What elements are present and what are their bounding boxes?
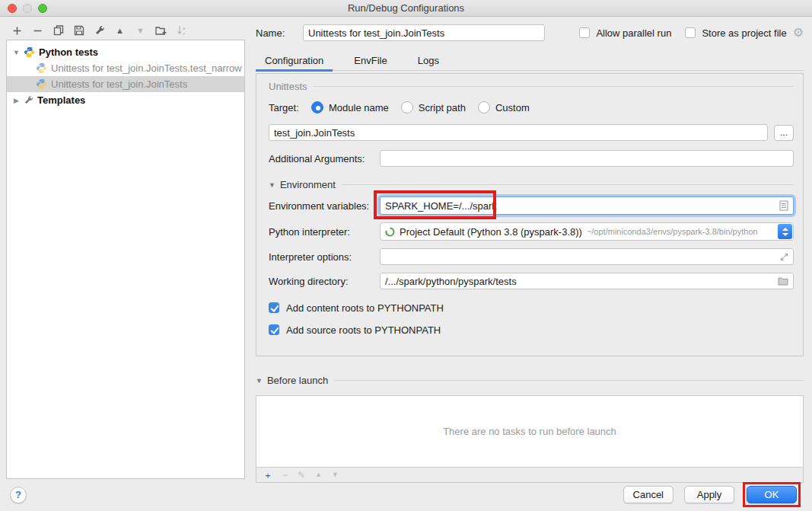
configurations-toolbar: ▲ ▼ az (11, 24, 187, 37)
add-source-roots-row[interactable]: Add source roots to PYTHONPATH (269, 324, 794, 336)
environment-group-header: ▼ Environment (269, 179, 794, 190)
tab-logs[interactable]: Logs (409, 51, 448, 70)
add-content-roots-checkbox[interactable] (269, 302, 279, 313)
additional-arguments-input[interactable] (380, 150, 794, 167)
radio-script-path[interactable]: Script path (401, 101, 466, 113)
tree-item-label: Templates (37, 94, 85, 106)
store-as-project-file-label: Store as project file (702, 27, 786, 39)
radio-label: Custom (495, 102, 530, 113)
annotation-highlight-ok: OK (743, 482, 801, 507)
header-checkboxes: Allow parallel run Store as project file… (579, 27, 804, 39)
tree-item-unittests-test-narrow[interactable]: Unittests for test_join.JoinTests.test_n… (7, 60, 244, 76)
browse-module-button[interactable]: ... (774, 125, 794, 141)
name-label: Name: (256, 27, 303, 39)
tab-configuration[interactable]: Configuration (256, 51, 333, 70)
move-task-up-icon: ▲ (315, 471, 322, 478)
unittests-group-header: Unittests (269, 81, 794, 92)
interpreter-options-row: Interpreter options: (269, 248, 794, 265)
python-test-icon (36, 78, 47, 90)
radio-module-name[interactable]: Module name (311, 101, 389, 113)
environment-variables-label: Environment variables: (269, 200, 380, 212)
name-input[interactable]: Unittests for test_join.JoinTests (303, 24, 545, 41)
tree-item-label: Python tests (39, 46, 98, 58)
tab-envfile[interactable]: EnvFile (345, 51, 396, 70)
python-interpreter-path: ~/opt/miniconda3/envs/pyspark-3.8/bin/py… (587, 227, 793, 236)
working-directory-row: Working directory: /.../spark/python/pys… (269, 273, 794, 289)
ok-button[interactable]: OK (747, 486, 797, 503)
move-down-icon: ▼ (135, 25, 146, 37)
add-content-roots-label: Add content roots to PYTHONPATH (286, 302, 444, 314)
radio-custom[interactable]: Custom (478, 101, 530, 113)
add-configuration-icon[interactable] (11, 25, 23, 37)
tree-item-python-tests[interactable]: ▼ Python tests (7, 44, 244, 60)
cancel-button[interactable]: Cancel (623, 486, 673, 503)
tree-item-label: Unittests for test_join.JoinTests.test_n… (51, 62, 242, 74)
svg-text:a: a (183, 26, 186, 30)
zoom-window-button[interactable] (38, 4, 47, 13)
python-test-icon (36, 62, 47, 74)
before-launch-empty-message: There are no tasks to run before launch (443, 426, 616, 437)
add-source-roots-checkbox[interactable] (269, 324, 279, 335)
module-name-input[interactable]: test_join.JoinTests (269, 124, 768, 141)
environment-variables-row: Environment variables: SPARK_HOME=/.../s… (269, 196, 794, 215)
working-directory-value: /.../spark/python/pyspark/tests (385, 276, 517, 287)
apply-button[interactable]: Apply (684, 486, 734, 503)
window-controls (8, 4, 47, 13)
store-as-project-file-checkbox[interactable] (685, 27, 696, 38)
sort-alphabetically-icon: az (176, 25, 187, 37)
new-folder-icon[interactable] (155, 25, 167, 37)
radio-button[interactable] (401, 101, 413, 113)
run-debug-configurations-dialog: Run/Debug Configurations ▲ ▼ az ▼ Python… (0, 0, 812, 511)
divider (314, 86, 794, 87)
interpreter-options-label: Interpreter options: (269, 251, 380, 263)
python-interpreter-select[interactable]: Project Default (Python 3.8 (pyspark-3.8… (380, 222, 794, 241)
collapse-icon[interactable]: ▼ (12, 49, 21, 56)
before-launch-task-list[interactable]: There are no tasks to run before launch (256, 395, 804, 468)
python-interpreter-value: Project Default (Python 3.8 (pyspark-3.8… (400, 226, 582, 238)
allow-parallel-run-label: Allow parallel run (596, 27, 671, 39)
browse-folder-icon[interactable] (778, 276, 788, 286)
tree-item-unittests-jointests-selected[interactable]: Unittests for test_join.JoinTests (7, 76, 244, 92)
copy-configuration-icon[interactable] (53, 25, 64, 37)
environment-variables-input[interactable]: SPARK_HOME=/.../spark (380, 196, 794, 215)
move-task-down-icon: ▼ (332, 471, 339, 478)
radio-button[interactable] (478, 101, 490, 113)
environment-group-label: Environment (280, 179, 336, 190)
unittests-group-label: Unittests (269, 81, 307, 92)
remove-configuration-icon[interactable] (32, 25, 43, 37)
python-icon (24, 46, 35, 58)
configuration-tabs: Configuration EnvFile Logs (256, 51, 804, 71)
collapse-icon[interactable]: ▼ (269, 181, 275, 189)
expand-field-icon[interactable] (780, 253, 788, 261)
working-directory-label: Working directory: (269, 276, 380, 287)
close-window-button[interactable] (8, 4, 17, 13)
interpreter-options-input[interactable] (380, 248, 794, 265)
target-label: Target: (269, 102, 311, 113)
expand-icon[interactable]: ▶ (12, 97, 21, 104)
collapse-icon[interactable]: ▼ (256, 377, 263, 385)
add-content-roots-row[interactable]: Add content roots to PYTHONPATH (269, 302, 794, 314)
edit-templates-icon[interactable] (94, 25, 105, 37)
configurations-tree: ▼ Python tests Unittests for test_join.J… (6, 40, 245, 479)
before-launch-label: Before launch (267, 375, 328, 386)
divider (342, 184, 794, 185)
svg-text:z: z (183, 31, 185, 36)
configuration-editor: Name: Unittests for test_join.JoinTests … (256, 24, 804, 483)
edit-environment-variables-icon[interactable] (779, 200, 788, 211)
dialog-footer: ? Cancel Apply OK (0, 478, 812, 511)
before-launch-header: ▼ Before launch (256, 375, 804, 386)
minimize-window-button (23, 4, 32, 13)
tree-item-templates[interactable]: ▶ Templates (7, 92, 244, 108)
dropdown-stepper-icon[interactable] (778, 224, 792, 239)
allow-parallel-run-checkbox[interactable] (579, 27, 590, 38)
name-value: Unittests for test_join.JoinTests (308, 27, 444, 39)
working-directory-input[interactable]: /.../spark/python/pyspark/tests (380, 273, 794, 289)
move-up-icon[interactable]: ▲ (114, 25, 126, 37)
target-row: Target: Module name Script path Custom (269, 101, 794, 113)
help-button[interactable]: ? (10, 487, 27, 503)
window-title: Run/Debug Configurations (348, 2, 464, 14)
wrench-icon (24, 95, 33, 105)
save-configuration-icon[interactable] (73, 25, 84, 37)
store-settings-gear-icon[interactable]: ⚙ (793, 27, 804, 38)
radio-button-selected[interactable] (311, 101, 323, 113)
